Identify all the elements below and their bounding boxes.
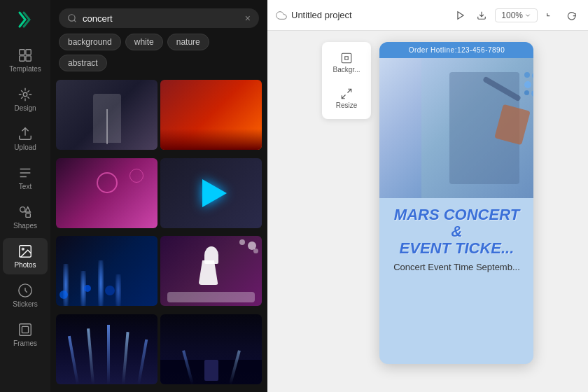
photos-icon bbox=[18, 244, 33, 259]
templates-icon bbox=[18, 48, 33, 63]
ticket-subtitle: Concert Event Time Septemb... bbox=[388, 262, 525, 272]
zoom-level: 100% bbox=[501, 10, 523, 20]
list-item[interactable] bbox=[56, 80, 158, 150]
sidebar-item-frames[interactable]: Frames bbox=[3, 316, 48, 353]
filter-tag-background[interactable]: background bbox=[59, 34, 121, 50]
project-title: Untitled project bbox=[291, 10, 352, 20]
media-panel: concert × background white nature abstra… bbox=[50, 0, 267, 392]
search-bar[interactable]: concert × bbox=[59, 8, 259, 28]
present-button[interactable] bbox=[453, 8, 468, 23]
svg-rect-9 bbox=[20, 324, 31, 336]
resize-tool-label: Resize bbox=[336, 102, 358, 109]
stickers-icon bbox=[18, 283, 33, 298]
sidebar-item-design[interactable]: Design bbox=[3, 81, 48, 118]
search-input[interactable]: concert bbox=[83, 13, 239, 24]
project-title-section: Untitled project bbox=[276, 10, 352, 21]
sidebar-item-templates[interactable]: Templates bbox=[3, 42, 48, 78]
svg-point-4 bbox=[23, 92, 27, 97]
cloud-icon bbox=[276, 10, 287, 21]
tool-panel: Backgr... Resize bbox=[322, 42, 372, 119]
sidebar-item-text[interactable]: Text bbox=[3, 160, 48, 196]
list-item[interactable] bbox=[160, 80, 262, 150]
redo-icon bbox=[567, 10, 577, 20]
svg-rect-3 bbox=[26, 56, 31, 61]
filter-tag-white[interactable]: white bbox=[125, 34, 163, 50]
sidebar-item-photos[interactable]: Photos bbox=[3, 238, 48, 274]
redo-button[interactable] bbox=[564, 8, 580, 23]
shapes-icon bbox=[18, 204, 33, 220]
ticket-hotline: Order Hotline:123-456-7890 bbox=[379, 42, 533, 58]
sidebar-item-stickers[interactable]: Stickers bbox=[3, 277, 48, 314]
design-icon bbox=[18, 87, 33, 102]
svg-rect-2 bbox=[20, 56, 24, 61]
list-item[interactable] bbox=[56, 314, 158, 384]
svg-rect-13 bbox=[342, 53, 351, 63]
svg-marker-12 bbox=[458, 11, 463, 19]
svg-rect-6 bbox=[26, 214, 30, 218]
sidebar: Templates Design Upload Text Shapes bbox=[0, 0, 50, 392]
download-button[interactable] bbox=[474, 8, 489, 23]
present-icon bbox=[456, 10, 465, 20]
list-item[interactable] bbox=[160, 236, 262, 306]
svg-rect-10 bbox=[22, 326, 28, 332]
resize-tool-icon bbox=[340, 88, 353, 100]
canvas-area: Untitled project 100% bbox=[267, 0, 588, 392]
background-tool-button[interactable]: Backgr... bbox=[326, 46, 368, 79]
undo-button[interactable] bbox=[543, 8, 559, 23]
svg-point-5 bbox=[20, 207, 25, 212]
download-icon bbox=[477, 10, 486, 20]
chevron-down-icon bbox=[524, 12, 531, 19]
canvas-content: Backgr... Resize Order Hotline:123-456-7… bbox=[267, 31, 588, 392]
filter-tag-abstract[interactable]: abstract bbox=[59, 55, 107, 71]
svg-point-11 bbox=[69, 15, 75, 21]
app-logo[interactable] bbox=[11, 6, 39, 34]
background-tool-label: Backgr... bbox=[333, 66, 360, 74]
list-item[interactable] bbox=[160, 158, 262, 228]
sidebar-item-shapes[interactable]: Shapes bbox=[3, 199, 48, 235]
background-tool-icon bbox=[340, 52, 353, 64]
resize-tool-button[interactable]: Resize bbox=[326, 82, 368, 115]
cursor-visual bbox=[202, 179, 227, 207]
upload-icon bbox=[18, 126, 33, 141]
list-item[interactable] bbox=[56, 158, 158, 228]
sidebar-item-upload[interactable]: Upload bbox=[3, 120, 48, 157]
decorative-circles bbox=[524, 72, 533, 97]
ticket-title-area: MARS CONCERT & EVENT TICKE... Concert Ev… bbox=[379, 198, 533, 281]
list-item[interactable] bbox=[56, 236, 158, 306]
ticket-design: Order Hotline:123-456-7890 bbox=[379, 42, 533, 364]
svg-point-8 bbox=[22, 248, 24, 250]
toolbar-actions: 100% bbox=[453, 8, 580, 23]
svg-rect-1 bbox=[26, 50, 31, 55]
canvas-toolbar: Untitled project 100% bbox=[267, 0, 588, 31]
search-clear-button[interactable]: × bbox=[245, 13, 251, 24]
zoom-control[interactable]: 100% bbox=[495, 8, 538, 22]
svg-rect-0 bbox=[20, 50, 24, 55]
filter-tag-nature[interactable]: nature bbox=[167, 34, 209, 50]
undo-icon bbox=[546, 10, 556, 20]
list-item[interactable] bbox=[160, 314, 262, 384]
ticket-main-title: MARS CONCERT & EVENT TICKE... bbox=[388, 206, 525, 258]
ticket-image bbox=[379, 58, 533, 198]
filter-tags: background white nature abstract bbox=[50, 34, 267, 77]
search-icon bbox=[67, 13, 77, 23]
text-icon bbox=[18, 165, 33, 181]
photo-grid bbox=[50, 77, 267, 392]
frames-icon bbox=[18, 322, 33, 337]
